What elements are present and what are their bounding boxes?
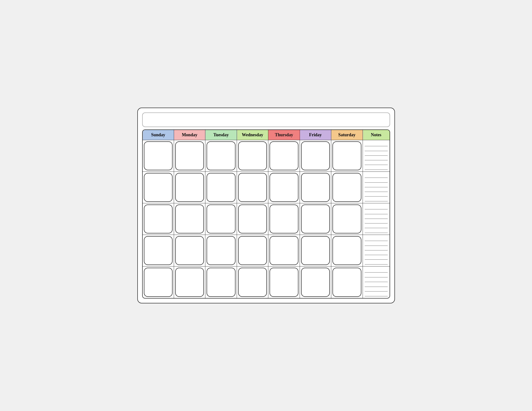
notes-line [365,255,388,260]
day-cell-row4-col5[interactable] [300,266,331,298]
notes-line [365,147,388,151]
day-cell-row1-col5[interactable] [300,172,331,203]
day-cell-row0-col5[interactable] [300,140,331,172]
day-cell-row0-col1[interactable] [174,140,205,172]
day-cell-row2-col1[interactable] [174,203,205,235]
day-cell-row2-col6[interactable] [331,203,363,235]
notes-line [365,219,388,224]
notes-line [365,178,388,183]
day-cell-row3-col3[interactable] [237,235,268,266]
header-notes: Notes [363,130,390,140]
day-cell-row1-col2[interactable] [205,172,237,203]
day-cell-row4-col4[interactable] [268,266,300,298]
calendar-grid: Sunday Monday Tuesday Wednesday Thursday… [142,130,390,299]
day-cell-row2-col3[interactable] [237,203,268,235]
notes-line [365,282,388,287]
notes-line [365,205,388,209]
notes-line [365,165,388,170]
day-cell-row2-col4[interactable] [268,203,300,235]
calendar-row-2 [143,203,390,235]
day-cell-row3-col0[interactable] [143,235,174,266]
notes-line [365,160,388,165]
day-cell-row0-col6[interactable] [331,140,363,172]
header-tuesday: Tuesday [205,130,237,140]
day-cell-row1-col3[interactable] [237,172,268,203]
notes-line [365,215,388,219]
header-row: Sunday Monday Tuesday Wednesday Thursday… [143,130,390,140]
calendar-row-0 [143,140,390,172]
notes-line [365,224,388,228]
day-cell-row3-col4[interactable] [268,235,300,266]
notes-line [365,237,388,241]
day-cell-row0-col3[interactable] [237,140,268,172]
day-cell-row1-col0[interactable] [143,172,174,203]
notes-line [365,251,388,255]
day-cell-row3-col2[interactable] [205,235,237,266]
notes-line [365,197,388,201]
calendar-row-4 [143,266,390,298]
day-cell-row4-col1[interactable] [174,266,205,298]
notes-line [365,192,388,196]
header-friday: Friday [300,130,331,140]
notes-line [365,187,388,192]
notes-line [365,151,388,156]
notes-line [365,292,388,296]
notes-cell-row3[interactable] [363,235,390,266]
day-cell-row2-col0[interactable] [143,203,174,235]
notes-line [365,273,388,277]
day-cell-row3-col5[interactable] [300,235,331,266]
day-cell-row2-col5[interactable] [300,203,331,235]
calendar-row-1 [143,172,390,203]
day-cell-row1-col4[interactable] [268,172,300,203]
notes-cell-row0[interactable] [363,140,390,172]
notes-line [365,268,388,272]
notes-line [365,183,388,187]
day-cell-row4-col2[interactable] [205,266,237,298]
notes-line [365,278,388,282]
header-monday: Monday [174,130,205,140]
notes-line [365,287,388,291]
notes-line [365,242,388,246]
notes-cell-row2[interactable] [363,203,390,235]
header-saturday: Saturday [331,130,363,140]
notes-line [365,229,388,233]
day-cell-row4-col0[interactable] [143,266,174,298]
notes-line [365,142,388,146]
notes-line [365,156,388,160]
day-cell-row4-col3[interactable] [237,266,268,298]
day-cell-row0-col0[interactable] [143,140,174,172]
header-thursday: Thursday [268,130,300,140]
title-bar[interactable] [142,112,390,127]
day-cell-row1-col6[interactable] [331,172,363,203]
notes-cell-row1[interactable] [363,172,390,203]
day-cell-row2-col2[interactable] [205,203,237,235]
notes-line [365,260,388,264]
day-cell-row0-col4[interactable] [268,140,300,172]
day-cell-row3-col1[interactable] [174,235,205,266]
calendar-body [143,140,390,298]
header-sunday: Sunday [143,130,174,140]
header-wednesday: Wednesday [237,130,268,140]
notes-cell-row4[interactable] [363,266,390,298]
calendar-row-3 [143,235,390,266]
notes-line [365,210,388,214]
day-cell-row4-col6[interactable] [331,266,363,298]
day-cell-row3-col6[interactable] [331,235,363,266]
calendar-wrapper: Sunday Monday Tuesday Wednesday Thursday… [137,108,395,303]
notes-line [365,246,388,251]
day-cell-row1-col1[interactable] [174,172,205,203]
notes-line [365,173,388,178]
day-cell-row0-col2[interactable] [205,140,237,172]
